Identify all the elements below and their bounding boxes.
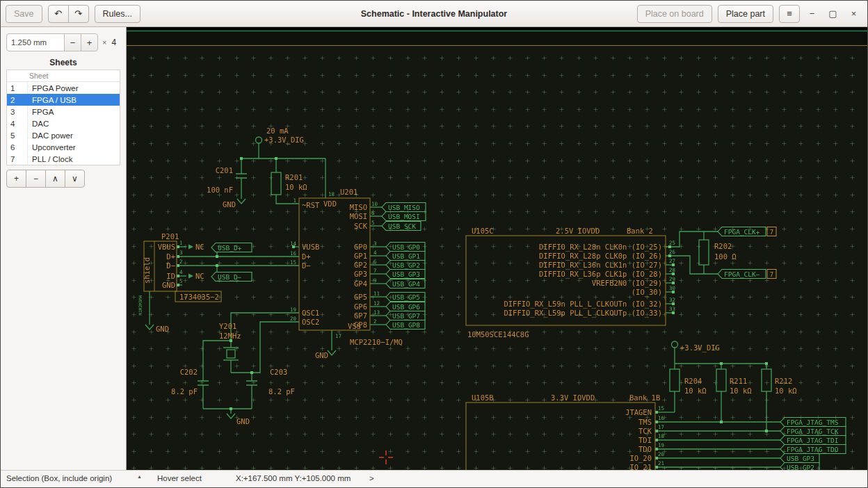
place-on-board-button[interactable]: Place on board — [637, 5, 712, 23]
svg-text:FPGA_CLK+: FPGA_CLK+ — [724, 228, 760, 236]
svg-text:19: 19 — [658, 442, 664, 448]
svg-text:20 mA: 20 mA — [266, 127, 289, 135]
add-sheet-button[interactable]: + — [6, 170, 26, 188]
svg-text:18: 18 — [658, 433, 665, 439]
sidebar: − + × 4 Sheets Sheet 1FPGA Power2FPGA / … — [1, 27, 127, 470]
menu-button[interactable]: ≡ — [779, 5, 800, 23]
svg-text:R202: R202 — [714, 242, 732, 250]
svg-text:USB_GP8: USB_GP8 — [392, 321, 420, 329]
sheet-column-header[interactable]: Sheet — [7, 70, 120, 82]
save-button[interactable]: Save — [6, 5, 42, 23]
selection-mode-button[interactable]: Selection (Box, include origin) — [6, 474, 112, 482]
svg-text:FPGA_JTAG_TCK: FPGA_JTAG_TCK — [787, 428, 839, 435]
statusbar-expander[interactable]: > — [369, 474, 374, 482]
svg-text:SCK: SCK — [354, 222, 368, 230]
undo-icon: ↶ — [54, 8, 62, 19]
minimize-icon: − — [810, 8, 815, 19]
sheet-name: FPGA — [28, 108, 54, 116]
svg-text:P201: P201 — [161, 232, 179, 241]
close-button[interactable]: × — [845, 5, 862, 22]
sheet-row[interactable]: 5DAC power — [7, 129, 120, 141]
sheet-row[interactable]: 4DAC — [7, 117, 120, 129]
minimize-button[interactable]: − — [803, 5, 821, 22]
maximize-button[interactable]: ▢ — [824, 5, 842, 22]
svg-text:USB_GP6: USB_GP6 — [392, 303, 420, 311]
svg-text:USB_MISO: USB_MISO — [388, 204, 420, 211]
place-part-button[interactable]: Place part — [718, 5, 773, 23]
svg-text:8.2 pF: 8.2 pF — [268, 387, 295, 396]
move-sheet-down-button[interactable]: ∨ — [65, 170, 85, 188]
svg-text:100 nF: 100 nF — [207, 186, 233, 194]
sheet-name: Upconverter — [28, 143, 76, 152]
svg-text:USB_MOSI: USB_MOSI — [388, 213, 420, 220]
svg-text:C201: C201 — [216, 166, 233, 174]
sheet-number: 2 — [7, 94, 28, 106]
svg-text:16: 16 — [658, 415, 665, 421]
svg-text:16: 16 — [290, 250, 297, 257]
svg-text:10M50SCE144C8G: 10M50SCE144C8G — [467, 330, 529, 339]
svg-text:USB_D+: USB_D+ — [218, 244, 242, 252]
statusbar: Selection (Box, include origin) ▲ Hover … — [1, 470, 867, 487]
svg-text:14: 14 — [290, 241, 297, 247]
svg-text:TMS: TMS — [638, 418, 652, 426]
sheet-row[interactable]: 6Upconverter — [7, 141, 120, 153]
svg-text:USB_GP1: USB_GP1 — [392, 252, 420, 260]
sheet-number: 3 — [7, 106, 28, 117]
svg-text:DIFFIO_RX_L28n CLK0n (IO_25): DIFFIO_RX_L28n CLK0n (IO_25) — [539, 243, 662, 252]
rules-button[interactable]: Rules... — [95, 5, 140, 23]
remove-sheet-button[interactable]: − — [26, 170, 46, 188]
app-window: Save ↶ ↷ Rules... Schematic - Interactiv… — [0, 0, 868, 488]
svg-text:3.3V IOVDD: 3.3V IOVDD — [551, 393, 595, 402]
svg-text:19: 19 — [290, 307, 296, 313]
redo-button[interactable]: ↷ — [68, 5, 89, 23]
svg-text:17: 17 — [658, 424, 664, 430]
svg-text:12MHz: 12MHz — [219, 332, 241, 340]
svg-text:D−: D− — [166, 261, 175, 270]
grid-decrease-button[interactable]: − — [64, 33, 81, 51]
cursor-coordinates: X:+167.500 mm Y:+105.000 mm — [236, 474, 351, 482]
sheet-name: FPGA Power — [28, 84, 78, 92]
svg-text:VUSB: VUSB — [302, 243, 319, 251]
svg-text:GND: GND — [162, 281, 175, 289]
sheet-row[interactable]: 3FPGA — [7, 106, 120, 117]
cursor-crosshair — [379, 450, 393, 464]
svg-text:7: 7 — [770, 271, 773, 278]
svg-text:USB_SCK: USB_SCK — [388, 222, 416, 230]
svg-text:32: 32 — [669, 297, 675, 303]
close-icon: × — [851, 8, 857, 19]
svg-text:OSC2: OSC2 — [302, 318, 319, 326]
svg-text:DIFFIO_RX_L59n PLL_L_CLKOUTn (: DIFFIO_RX_L59n PLL_L_CLKOUTn (IO_32) — [504, 300, 662, 309]
titlebar: Save ↶ ↷ Rules... Schematic - Interactiv… — [1, 1, 867, 27]
move-sheet-up-button[interactable]: ∧ — [45, 170, 65, 188]
svg-text:R201: R201 — [285, 173, 303, 181]
sheet-number: 1 — [7, 82, 28, 94]
grid-increase-button[interactable]: + — [81, 33, 98, 51]
sheet-name: DAC power — [28, 131, 73, 140]
schematic-svg[interactable]: 20 mA+3.3V_DIGC201100 nFR20110 kΩU201~RS… — [127, 27, 867, 470]
svg-text:6: 6 — [371, 210, 375, 216]
svg-text:10 kΩ: 10 kΩ — [730, 387, 752, 395]
sheet-row[interactable]: 1FPGA Power — [7, 82, 120, 94]
svg-text:FPGA_JTAG_TMS: FPGA_JTAG_TMS — [787, 418, 839, 426]
svg-text:17: 17 — [335, 333, 341, 339]
sheet-row[interactable]: 2FPGA / USB — [7, 94, 120, 106]
svg-text:GP6: GP6 — [354, 302, 367, 311]
svg-text:2: 2 — [373, 318, 377, 325]
svg-text:MOSI: MOSI — [350, 212, 367, 220]
svg-text:C203: C203 — [270, 368, 287, 376]
hover-select-label: Hover select — [157, 474, 202, 482]
svg-text:(IO_30): (IO_30) — [632, 288, 662, 297]
schematic-canvas[interactable]: 20 mA+3.3V_DIGC201100 nFR20110 kΩU201~RS… — [127, 27, 867, 470]
sheets-title: Sheets — [1, 58, 126, 67]
svg-text:DIFFIO_RX_L36n CLK1n (IO_27): DIFFIO_RX_L36n CLK1n (IO_27) — [539, 261, 662, 270]
sheet-table: Sheet 1FPGA Power2FPGA / USB3FPGA4DAC5DA… — [6, 70, 120, 165]
grid-spacing-row: − + × 4 — [6, 33, 122, 51]
svg-text:USB_GP7: USB_GP7 — [392, 312, 420, 320]
svg-text:4: 4 — [373, 250, 377, 256]
grid-spacing-input[interactable] — [6, 33, 65, 51]
sheet-row[interactable]: 7PLL / Clock — [7, 153, 120, 165]
svg-text:GP5: GP5 — [354, 293, 367, 301]
undo-button[interactable]: ↶ — [48, 5, 69, 23]
svg-text:13: 13 — [373, 309, 380, 316]
svg-text:1734035−2: 1734035−2 — [179, 293, 219, 301]
